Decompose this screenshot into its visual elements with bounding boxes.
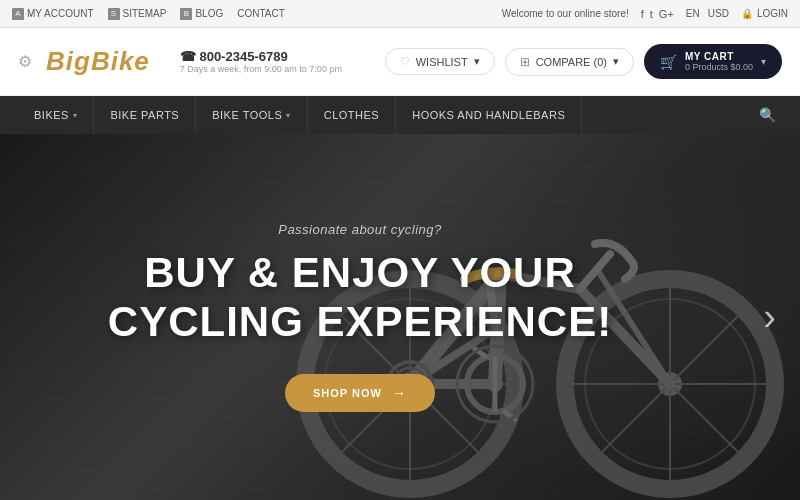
shop-arrow-icon: → xyxy=(392,385,407,401)
hero-title: BUY & ENJOY YOUR CYCLING EXPERIENCE! xyxy=(108,249,612,346)
nav-item-bike-parts[interactable]: BIKE PARTS xyxy=(94,96,196,134)
compare-chevron: ▾ xyxy=(613,55,619,68)
language-selector[interactable]: EN xyxy=(686,8,700,19)
nav-item-bike-tools[interactable]: BIKE TOOLS ▾ xyxy=(196,96,308,134)
blog-link[interactable]: B BLOG xyxy=(180,8,223,20)
contact-link[interactable]: CONTACT xyxy=(237,8,285,19)
cart-button[interactable]: 🛒 MY CART 0 Products $0.00 ▾ xyxy=(644,44,782,79)
blog-icon: B xyxy=(180,8,192,20)
logo-suffix: Bike xyxy=(91,46,150,76)
nav-item-clothes[interactable]: CLOTHES xyxy=(308,96,396,134)
hero-subtitle: Passionate about cycling? xyxy=(108,222,612,237)
logo-text: BigBike xyxy=(46,46,150,77)
compare-button[interactable]: ⊞ COMPARE (0) ▾ xyxy=(505,48,634,76)
top-bar: A MY ACCOUNT S SITEMAP B BLOG CONTACT We… xyxy=(0,0,800,28)
cart-sub: 0 Products $0.00 xyxy=(685,62,753,72)
svg-line-19 xyxy=(670,384,744,458)
top-bar-links: A MY ACCOUNT S SITEMAP B BLOG CONTACT xyxy=(12,8,285,20)
compare-icon: ⊞ xyxy=(520,55,530,69)
shop-now-button[interactable]: SHOP NOW → xyxy=(285,374,435,412)
cart-details: MY CART 0 Products $0.00 xyxy=(685,51,753,72)
heart-icon: ♡ xyxy=(400,55,410,68)
lang-currency: EN USD xyxy=(686,8,729,19)
sitemap-icon: S xyxy=(108,8,120,20)
facebook-icon[interactable]: f xyxy=(641,8,644,20)
nav-item-bikes[interactable]: BIKES ▾ xyxy=(18,96,94,134)
my-account-link[interactable]: A MY ACCOUNT xyxy=(12,8,94,20)
login-button[interactable]: 🔒 LOGIN xyxy=(741,8,788,19)
phone-details: ☎ 800-2345-6789 7 Days a week, from 9:00… xyxy=(180,49,342,74)
welcome-text: Welcome to our online store! xyxy=(502,8,629,19)
svg-line-21 xyxy=(670,310,744,384)
lock-icon: 🔒 xyxy=(741,8,753,19)
main-nav: BIKES ▾ BIKE PARTS BIKE TOOLS ▾ CLOTHES … xyxy=(0,96,800,134)
nav-search-icon[interactable]: 🔍 xyxy=(753,107,782,123)
hero-title-line1: BUY & ENJOY YOUR xyxy=(144,249,575,296)
phone-hours: 7 Days a week, from 9:00 am to 7:00 pm xyxy=(180,64,342,74)
googleplus-icon[interactable]: G+ xyxy=(659,8,674,20)
settings-icon[interactable]: ⚙ xyxy=(18,52,32,71)
logo-prefix: Big xyxy=(46,46,91,76)
top-bar-right: Welcome to our online store! f t G+ EN U… xyxy=(502,8,788,20)
hero-title-line2: CYCLING EXPERIENCE! xyxy=(108,298,612,345)
phone-number: ☎ 800-2345-6789 xyxy=(180,49,342,64)
hero-section: Passionate about cycling? BUY & ENJOY YO… xyxy=(0,134,800,500)
cart-label: MY CART xyxy=(685,51,734,62)
account-icon: A xyxy=(12,8,24,20)
wishlist-chevron: ▾ xyxy=(474,55,480,68)
currency-selector[interactable]: USD xyxy=(708,8,729,19)
hero-content: Passionate about cycling? BUY & ENJOY YO… xyxy=(108,222,612,412)
cart-chevron: ▾ xyxy=(761,56,766,67)
header-actions: ♡ WISHLIST ▾ ⊞ COMPARE (0) ▾ 🛒 MY CART 0… xyxy=(385,44,782,79)
hero-next-arrow[interactable]: › xyxy=(763,296,776,339)
phone-block: ☎ 800-2345-6789 7 Days a week, from 9:00… xyxy=(180,49,342,74)
social-icons: f t G+ xyxy=(641,8,674,20)
cart-icon: 🛒 xyxy=(660,54,677,70)
logo[interactable]: BigBike xyxy=(46,46,150,77)
nav-item-hooks-handlebars[interactable]: HOOKS AND HANDLEBARS xyxy=(396,96,582,134)
header: ⚙ BigBike ☎ 800-2345-6789 7 Days a week,… xyxy=(0,28,800,96)
bike-tools-chevron: ▾ xyxy=(286,111,291,120)
twitter-icon[interactable]: t xyxy=(650,8,653,20)
sitemap-link[interactable]: S SITEMAP xyxy=(108,8,167,20)
bikes-chevron: ▾ xyxy=(73,111,78,120)
wishlist-button[interactable]: ♡ WISHLIST ▾ xyxy=(385,48,495,75)
